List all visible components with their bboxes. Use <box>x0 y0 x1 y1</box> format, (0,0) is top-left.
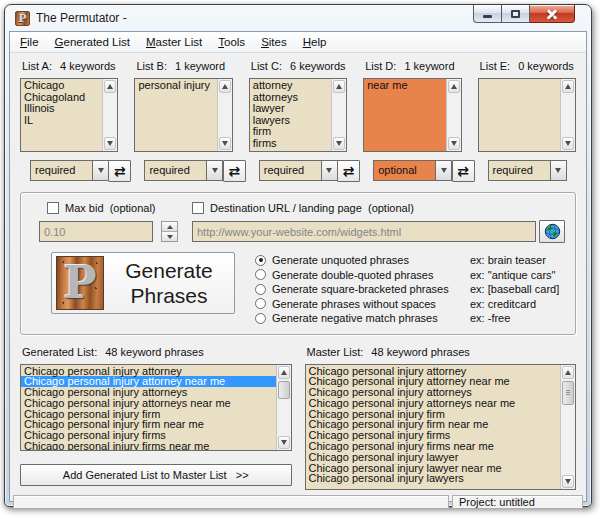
list-box-list-b[interactable]: personal injury <box>134 78 232 152</box>
scroll-down-button[interactable] <box>104 137 116 150</box>
scrollbar-track[interactable] <box>562 380 574 474</box>
restore-button[interactable] <box>502 5 530 23</box>
chevron-down-icon[interactable] <box>550 161 566 180</box>
max-bid-spinner[interactable] <box>161 221 178 242</box>
scrollbar[interactable] <box>331 79 346 151</box>
requirement-dropdown-list-b[interactable]: required <box>144 160 223 181</box>
scrollbar-track[interactable] <box>562 94 574 136</box>
title-bar[interactable]: P The Permutator - <box>9 5 587 31</box>
option-label[interactable]: Generate unquoted phrases <box>272 254 470 266</box>
menu-item-help[interactable]: Help <box>295 32 335 52</box>
chevron-down-icon[interactable] <box>321 161 337 180</box>
master-list-box[interactable]: Chicago personal injury attorneyChicago … <box>305 364 577 490</box>
option-label[interactable]: Generate square-bracketed phrases <box>272 283 470 295</box>
option-label[interactable]: Generate phrases without spaces <box>272 298 470 310</box>
list-item[interactable]: lawyer <box>250 103 331 115</box>
scroll-up-button[interactable] <box>333 80 345 93</box>
scroll-down-button[interactable] <box>562 475 574 488</box>
generated-list-box[interactable]: Chicago personal injury attorneyChicago … <box>20 364 292 451</box>
requirement-dropdown-list-c[interactable]: required <box>259 160 338 181</box>
scrollbar-track[interactable] <box>448 94 460 136</box>
requirement-dropdown-list-e[interactable]: required <box>488 160 567 181</box>
open-url-button[interactable] <box>539 220 565 243</box>
swap-lists-button[interactable]: ⇄ <box>108 160 131 182</box>
scroll-down-button[interactable] <box>219 137 231 150</box>
scroll-up-button[interactable] <box>278 366 290 379</box>
scroll-down-button[interactable] <box>562 137 574 150</box>
arrow-up-icon <box>167 225 173 229</box>
list-item[interactable]: Chicago personal injury lawyers <box>306 473 561 484</box>
scrollbar-track[interactable] <box>219 94 231 136</box>
arrow-down-icon <box>281 440 287 445</box>
list-item[interactable]: attorney <box>250 80 331 92</box>
scrollbar-track[interactable] <box>104 94 116 136</box>
scrollbar-thumb[interactable] <box>278 381 290 399</box>
list-item[interactable]: Chicago <box>21 80 102 92</box>
scroll-up-button[interactable] <box>219 80 231 93</box>
scroll-up-button[interactable] <box>448 80 460 93</box>
scrollbar[interactable] <box>217 79 232 151</box>
scroll-down-button[interactable] <box>278 436 290 449</box>
chevron-down-icon[interactable] <box>92 161 108 180</box>
max-bid-checkbox-label[interactable]: Max bid (optional) <box>47 202 192 214</box>
radio-generate-unquoted-phrases[interactable] <box>255 255 266 266</box>
list-item[interactable]: IL <box>21 115 102 127</box>
menu-item-generated-list[interactable]: Generated List <box>47 32 138 52</box>
radio-generate-negative-match-phrases[interactable] <box>255 313 266 324</box>
list-item[interactable]: personal injury <box>135 80 216 92</box>
list-box-list-a[interactable]: ChicagoChicagolandIllinoisIL <box>20 78 118 152</box>
scrollbar-track[interactable] <box>333 94 345 136</box>
swap-lists-button[interactable]: ⇄ <box>452 160 475 182</box>
list-item[interactable]: near me <box>364 80 445 92</box>
scrollbar-thumb[interactable] <box>562 381 574 405</box>
destination-url-label: Destination URL / landing page (optional… <box>210 202 414 214</box>
scrollbar[interactable] <box>276 365 291 450</box>
swap-lists-button[interactable]: ⇄ <box>223 160 246 182</box>
list-content: personal injury <box>135 79 216 151</box>
generated-list-count: 48 keyword phrases <box>105 346 203 358</box>
option-label[interactable]: Generate double-quoted phrases <box>272 269 470 281</box>
chevron-down-icon[interactable] <box>206 161 222 180</box>
destination-url-input[interactable]: http://www.your-website.com/widgets.html <box>192 221 536 242</box>
menu-item-tools[interactable]: Tools <box>210 32 253 52</box>
menu-item-sites[interactable]: Sites <box>253 32 295 52</box>
generate-phrases-button[interactable]: P GeneratePhrases <box>51 252 235 314</box>
spinner-up-button[interactable] <box>162 222 177 231</box>
scrollbar[interactable] <box>102 79 117 151</box>
list-box-list-e[interactable] <box>478 78 576 152</box>
list-item[interactable]: firm <box>250 126 331 138</box>
radio-generate-square-bracketed-phrases[interactable] <box>255 284 266 295</box>
list-box-list-d[interactable]: near me <box>363 78 461 152</box>
max-bid-input[interactable]: 0.10 <box>39 221 153 242</box>
close-button[interactable] <box>530 5 575 23</box>
scrollbar[interactable] <box>446 79 461 151</box>
radio-generate-double-quoted-phrases[interactable] <box>255 269 266 280</box>
add-to-master-button[interactable]: Add Generated List to Master List >> <box>20 464 292 486</box>
spinner-down-button[interactable] <box>162 231 177 241</box>
destination-url-checkbox-label[interactable]: Destination URL / landing page (optional… <box>192 202 565 214</box>
scroll-up-button[interactable] <box>104 80 116 93</box>
scroll-down-button[interactable] <box>448 137 460 150</box>
menu-item-file[interactable]: File <box>12 32 47 52</box>
max-bid-checkbox[interactable] <box>47 202 59 214</box>
menu-item-master-list[interactable]: Master List <box>138 32 210 52</box>
chevron-down-icon[interactable] <box>435 161 451 180</box>
requirement-dropdown-list-d[interactable]: optional <box>373 160 452 181</box>
scrollbar-track[interactable] <box>278 380 290 435</box>
list-box-list-c[interactable]: attorneyattorneyslawyerlawyersfirmfirms <box>249 78 347 152</box>
radio-generate-phrases-without-spaces[interactable] <box>255 298 266 309</box>
requirement-dropdown-list-a[interactable]: required <box>30 160 109 181</box>
list-item[interactable]: Illinois <box>21 103 102 115</box>
swap-lists-button[interactable]: ⇄ <box>337 160 360 182</box>
list-item[interactable]: firms <box>250 138 331 150</box>
scrollbar[interactable] <box>560 79 575 151</box>
list-item[interactable]: Chicago personal injury firms near me <box>21 441 276 449</box>
list-name: List C: <box>251 60 282 72</box>
scrollbar[interactable] <box>560 365 575 489</box>
destination-url-checkbox[interactable] <box>192 202 204 214</box>
minimize-button[interactable] <box>473 5 502 23</box>
scroll-up-button[interactable] <box>562 366 574 379</box>
option-label[interactable]: Generate negative match phrases <box>272 312 470 324</box>
scroll-down-button[interactable] <box>333 137 345 150</box>
scroll-up-button[interactable] <box>562 80 574 93</box>
